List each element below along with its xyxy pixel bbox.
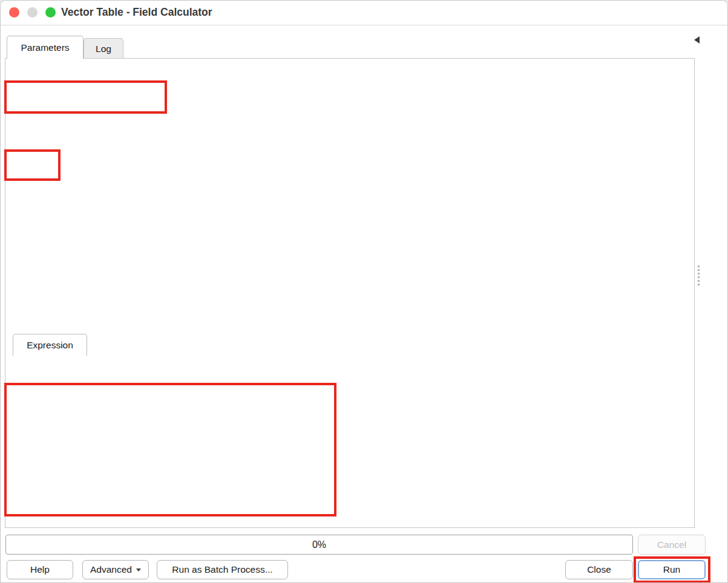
run-as-batch-button[interactable]: Run as Batch Process... [157, 560, 288, 579]
tab-expression[interactable]: Expression [13, 334, 87, 356]
close-button[interactable]: Close [565, 560, 633, 579]
tab-log[interactable]: Log [84, 38, 123, 58]
minimize-window-icon[interactable] [27, 7, 38, 18]
tab-parameters[interactable]: Parameters [7, 36, 84, 59]
cancel-button[interactable]: Cancel [638, 535, 706, 555]
advanced-label: Advanced [90, 564, 132, 575]
help-button[interactable]: Help [7, 560, 73, 579]
title-bar: Vector Table - Field Calculator [1, 1, 727, 25]
field-calculator-dialog: Vector Table - Field Calculator Paramete… [0, 0, 728, 583]
advanced-button[interactable]: Advanced [82, 560, 149, 579]
zoom-window-icon[interactable] [45, 7, 56, 18]
progress-bar: 0% [5, 535, 633, 555]
chevron-down-icon [136, 568, 141, 572]
run-button[interactable]: Run [638, 560, 706, 579]
close-window-icon[interactable] [9, 7, 19, 18]
collapse-panel-icon[interactable] [694, 36, 700, 44]
parameters-pane [5, 58, 695, 528]
splitter-grip[interactable] [698, 265, 700, 285]
progress-value: 0% [312, 539, 326, 550]
window-title: Vector Table - Field Calculator [61, 6, 212, 19]
